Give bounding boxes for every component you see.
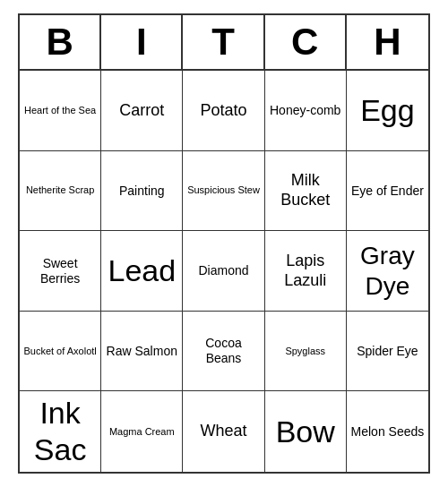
bingo-cell-23: Bow (265, 391, 347, 472)
bingo-cell-19: Spider Eye (347, 312, 428, 392)
bingo-cell-0: Heart of the Sea (20, 71, 101, 151)
cell-text-23: Bow (276, 414, 335, 450)
bingo-cell-8: Milk Bucket (265, 151, 347, 232)
cell-text-16: Raw Salmon (107, 344, 177, 359)
bingo-cell-20: Ink Sac (20, 391, 101, 472)
bingo-cell-24: Melon Seeds (347, 391, 428, 472)
cell-text-11: Lead (108, 252, 176, 289)
bingo-cell-10: Sweet Berries (20, 231, 101, 312)
cell-text-22: Wheat (200, 422, 246, 441)
bingo-cell-17: Cocoa Beans (183, 312, 264, 392)
cell-text-7: Suspicious Stew (187, 184, 260, 196)
cell-text-21: Magma Cream (109, 426, 175, 438)
header-letter-I: I (101, 15, 183, 69)
bingo-cell-15: Bucket of Axolotl (20, 312, 101, 392)
bingo-cell-1: Carrot (101, 71, 183, 151)
cell-text-8: Milk Bucket (269, 171, 342, 209)
cell-text-3: Honey-comb (270, 103, 340, 118)
bingo-grid: Heart of the SeaCarrotPotatoHoney-combEg… (20, 71, 428, 472)
cell-text-24: Melon Seeds (351, 424, 425, 440)
cell-text-4: Egg (360, 92, 415, 129)
bingo-cell-4: Egg (347, 71, 428, 151)
cell-text-14: Gray Dye (350, 241, 425, 301)
header-letter-H: H (347, 15, 428, 69)
bingo-cell-18: Spyglass (265, 312, 347, 392)
bingo-cell-21: Magma Cream (101, 391, 183, 472)
bingo-cell-14: Gray Dye (347, 231, 428, 312)
bingo-cell-22: Wheat (183, 391, 264, 472)
bingo-cell-5: Netherite Scrap (20, 151, 101, 232)
cell-text-6: Painting (119, 184, 165, 199)
bingo-cell-2: Potato (183, 71, 264, 151)
cell-text-19: Spider Eye (357, 344, 418, 359)
bingo-cell-12: Diamond (183, 231, 264, 312)
cell-text-17: Cocoa Beans (186, 336, 260, 366)
bingo-cell-16: Raw Salmon (101, 312, 183, 392)
cell-text-10: Sweet Berries (23, 256, 97, 286)
cell-text-13: Lapis Lazuli (269, 252, 342, 290)
cell-text-9: Eye of Ender (351, 184, 424, 199)
bingo-card: BITCH Heart of the SeaCarrotPotatoHoney-… (18, 13, 430, 474)
cell-text-12: Diamond (198, 263, 248, 278)
bingo-cell-3: Honey-comb (265, 71, 347, 151)
cell-text-0: Heart of the Sea (24, 105, 96, 116)
cell-text-2: Potato (200, 101, 246, 121)
cell-text-20: Ink Sac (23, 395, 97, 468)
bingo-header: BITCH (20, 15, 428, 71)
header-letter-C: C (265, 15, 347, 69)
cell-text-5: Netherite Scrap (26, 184, 94, 196)
bingo-cell-9: Eye of Ender (347, 151, 428, 232)
bingo-cell-7: Suspicious Stew (183, 151, 264, 232)
bingo-cell-13: Lapis Lazuli (265, 231, 347, 312)
header-letter-T: T (183, 15, 264, 69)
bingo-cell-11: Lead (101, 231, 183, 312)
cell-text-15: Bucket of Axolotl (23, 346, 96, 357)
bingo-cell-6: Painting (101, 151, 183, 232)
cell-text-18: Spyglass (285, 346, 325, 357)
cell-text-1: Carrot (119, 101, 164, 121)
header-letter-B: B (20, 15, 101, 69)
